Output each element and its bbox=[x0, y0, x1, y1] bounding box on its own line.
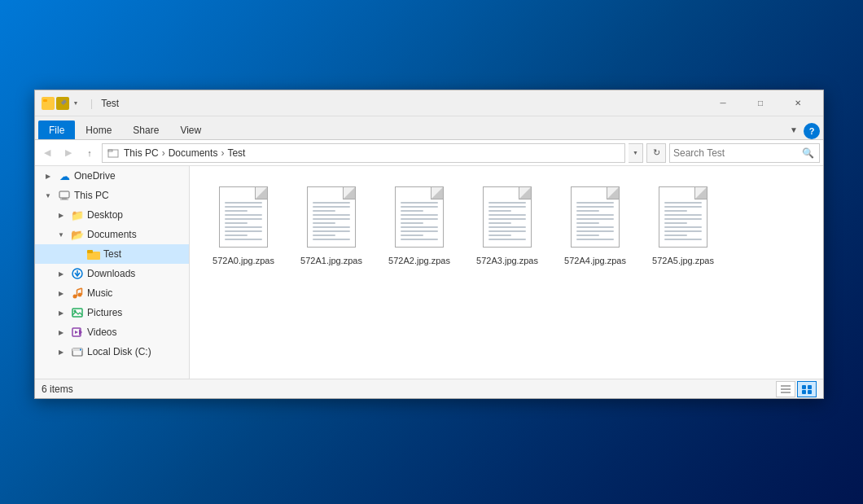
pictures-icon bbox=[71, 306, 84, 319]
help-button[interactable]: ? bbox=[804, 123, 820, 139]
thispc-icon bbox=[58, 189, 71, 202]
svg-marker-21 bbox=[75, 331, 78, 334]
tab-file[interactable]: File bbox=[38, 121, 75, 139]
svg-line-15 bbox=[77, 288, 82, 290]
sidebar-label-music: Music bbox=[87, 287, 112, 299]
file-name-2: 572A2.jpg.zpas bbox=[388, 255, 450, 266]
videos-icon bbox=[71, 326, 84, 339]
forward-button[interactable]: ▶ bbox=[59, 144, 77, 162]
address-bar: ◀ ▶ ↑ This PC › Documents › Test ▼ ↻ 🔍 bbox=[35, 140, 823, 166]
disk-icon bbox=[71, 345, 84, 358]
sidebar-label-documents: Documents bbox=[87, 229, 137, 240]
svg-rect-17 bbox=[72, 309, 82, 317]
details-view-button[interactable] bbox=[776, 381, 795, 397]
expand-arrow-desktop: ▶ bbox=[55, 208, 68, 221]
sidebar-label-pictures: Pictures bbox=[87, 307, 122, 318]
file-name-0: 572A0.jpg.zpas bbox=[212, 255, 274, 266]
file-item-0[interactable]: 572A0.jpg.zpas bbox=[203, 179, 284, 274]
address-path[interactable]: This PC › Documents › Test bbox=[102, 143, 625, 163]
sidebar-item-pictures[interactable]: ▶ Pictures bbox=[35, 303, 189, 322]
file-area: 572A0.jpg.zpas bbox=[190, 166, 823, 379]
svg-point-24 bbox=[80, 349, 81, 351]
maximize-button[interactable]: □ bbox=[742, 90, 779, 116]
quick-access-icons: ▼ bbox=[42, 97, 81, 110]
status-bar: 6 items bbox=[35, 379, 823, 398]
expand-arrow-documents: ▼ bbox=[55, 228, 68, 241]
sidebar-item-downloads[interactable]: ▶ Downloads bbox=[35, 264, 189, 283]
svg-rect-30 bbox=[802, 390, 806, 394]
ribbon: File Home Share View ▼ ? bbox=[35, 116, 823, 140]
folder-icon bbox=[42, 97, 55, 110]
sidebar-label-onedrive: OneDrive bbox=[74, 170, 116, 182]
back-button[interactable]: ◀ bbox=[38, 144, 56, 162]
breadcrumb-test[interactable]: Test bbox=[226, 147, 247, 159]
large-icons-view-button[interactable] bbox=[797, 381, 817, 397]
up-button[interactable]: ↑ bbox=[81, 144, 99, 162]
address-dropdown[interactable]: ▼ bbox=[629, 143, 643, 163]
svg-rect-29 bbox=[808, 385, 812, 389]
search-box: 🔍 bbox=[669, 143, 820, 163]
onedrive-icon: ☁ bbox=[58, 169, 71, 182]
sidebar-item-desktop[interactable]: ▶ 📁 Desktop bbox=[35, 205, 189, 225]
sidebar-item-music[interactable]: ▶ Music bbox=[35, 283, 189, 303]
view-buttons bbox=[776, 381, 817, 397]
sidebar-label-thispc: This PC bbox=[74, 190, 109, 201]
sidebar-item-videos[interactable]: ▶ Videos bbox=[35, 322, 189, 342]
svg-rect-2 bbox=[61, 99, 67, 105]
file-name-1: 572A1.jpg.zpas bbox=[300, 255, 362, 266]
expand-arrow-downloads: ▶ bbox=[55, 267, 68, 280]
documents-folder-icon: 📂 bbox=[71, 228, 84, 241]
file-name-3: 572A3.jpg.zpas bbox=[476, 255, 538, 266]
expand-arrow-thispc: ▼ bbox=[42, 189, 55, 202]
window-controls: ─ □ ✕ bbox=[704, 90, 817, 116]
expand-arrow-music: ▶ bbox=[55, 287, 68, 300]
breadcrumb-documents[interactable]: Documents bbox=[167, 147, 220, 159]
item-count: 6 items bbox=[42, 383, 73, 395]
title-bar-left: ▼ | Test bbox=[42, 97, 704, 110]
search-button[interactable]: 🔍 bbox=[799, 145, 816, 161]
sidebar-item-documents[interactable]: ▼ 📂 Documents bbox=[35, 225, 189, 244]
test-folder-icon bbox=[87, 248, 100, 261]
file-icon-1 bbox=[303, 186, 360, 252]
file-icon-2 bbox=[391, 186, 448, 252]
file-name-5: 572A5.jpg.zpas bbox=[652, 255, 714, 266]
expand-arrow-pictures: ▶ bbox=[55, 306, 68, 319]
expand-arrow-videos: ▶ bbox=[55, 326, 68, 339]
svg-rect-3 bbox=[108, 150, 118, 157]
sidebar-item-onedrive[interactable]: ▶ ☁ OneDrive bbox=[35, 166, 189, 186]
sidebar-item-thispc[interactable]: ▼ This PC bbox=[35, 186, 189, 205]
sidebar-label-test: Test bbox=[103, 248, 121, 260]
pin-icon bbox=[56, 97, 69, 110]
search-input[interactable] bbox=[673, 147, 799, 159]
title-bar: ▼ | Test ─ □ ✕ bbox=[35, 90, 823, 116]
close-button[interactable]: ✕ bbox=[779, 90, 817, 116]
sidebar: ▶ ☁ OneDrive ▼ This PC ▶ 📁 bbox=[35, 166, 190, 379]
svg-rect-0 bbox=[43, 101, 53, 107]
sidebar-item-test[interactable]: ▶ Test bbox=[35, 244, 189, 264]
svg-rect-31 bbox=[808, 390, 812, 394]
file-item-4[interactable]: 572A4.jpg.zpas bbox=[554, 179, 636, 274]
ribbon-tabs: File Home Share View ▼ ? bbox=[35, 116, 823, 139]
quick-access-dropdown[interactable]: ▼ bbox=[71, 97, 81, 110]
refresh-button[interactable]: ↻ bbox=[646, 143, 666, 163]
file-item-5[interactable]: 572A5.jpg.zpas bbox=[642, 179, 724, 274]
desktop-folder-icon: 📁 bbox=[71, 208, 84, 221]
tab-view[interactable]: View bbox=[169, 121, 212, 139]
file-item-1[interactable]: 572A1.jpg.zpas bbox=[291, 179, 372, 274]
music-icon bbox=[71, 287, 84, 300]
tab-home[interactable]: Home bbox=[75, 121, 122, 139]
minimize-button[interactable]: ─ bbox=[704, 90, 742, 116]
tab-share[interactable]: Share bbox=[122, 121, 169, 139]
file-icon-0 bbox=[215, 186, 272, 252]
breadcrumb-thispc[interactable]: This PC bbox=[122, 147, 160, 159]
file-item-2[interactable]: 572A2.jpg.zpas bbox=[379, 179, 460, 274]
sidebar-label-localdisk: Local Disk (C:) bbox=[87, 346, 151, 357]
ribbon-expand-button[interactable]: ▼ bbox=[784, 120, 804, 139]
sidebar-item-localdisk[interactable]: ▶ Local Disk (C:) bbox=[35, 342, 189, 362]
sidebar-label-desktop: Desktop bbox=[87, 209, 123, 221]
file-name-4: 572A4.jpg.zpas bbox=[564, 255, 626, 266]
main-content: ▶ ☁ OneDrive ▼ This PC ▶ 📁 bbox=[35, 166, 823, 379]
file-item-3[interactable]: 572A3.jpg.zpas bbox=[467, 179, 548, 274]
downloads-icon bbox=[71, 267, 84, 280]
expand-arrow-localdisk: ▶ bbox=[55, 345, 68, 358]
